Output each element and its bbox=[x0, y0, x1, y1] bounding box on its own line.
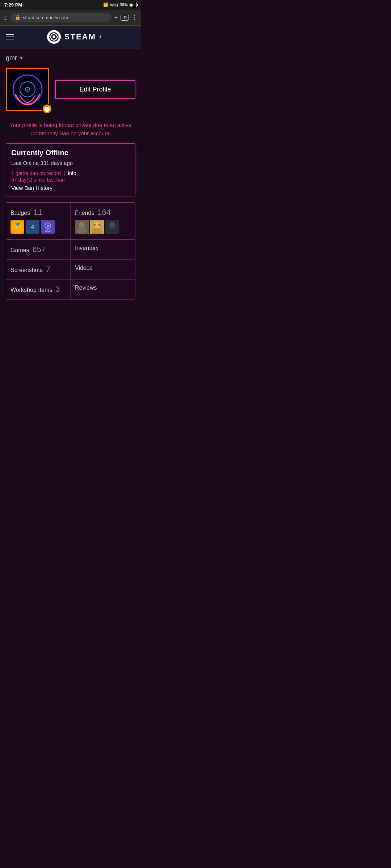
friend-avatar-1 bbox=[75, 220, 89, 234]
workshop-cell[interactable]: Workshop Items 3 bbox=[6, 280, 71, 299]
badges-cell[interactable]: Badges 11 🏅 4 2022 bbox=[6, 203, 71, 239]
svg-point-19 bbox=[94, 224, 96, 226]
steam-title: STEAM bbox=[64, 32, 96, 42]
bottom-stats: Games 657 Inventory Screenshots 7 Videos bbox=[6, 239, 135, 299]
ban-warning: Your profile is being forced private due… bbox=[6, 117, 135, 143]
status-icons: 📶 WiFi 39% bbox=[103, 3, 137, 7]
badges-label: Badges 11 bbox=[10, 208, 66, 217]
last-online: Last Online 331 days ago bbox=[11, 160, 130, 166]
reviews-cell[interactable]: Reviews bbox=[71, 280, 135, 299]
steam-registered: ® bbox=[100, 35, 102, 39]
browser-actions: + :D ⋮ bbox=[114, 14, 138, 21]
profile-status: Currently Offline bbox=[11, 149, 130, 157]
more-menu-button[interactable]: ⋮ bbox=[132, 14, 138, 21]
steam-header: STEAM® bbox=[0, 26, 141, 48]
edit-profile-button[interactable]: Edit Profile bbox=[55, 80, 135, 99]
friends-count: 164 bbox=[97, 208, 111, 217]
videos-cell[interactable]: Videos bbox=[71, 260, 135, 279]
badges-row: 🏅 4 2022 bbox=[10, 220, 66, 234]
ban-record: 1 game ban on record | Info bbox=[11, 170, 130, 176]
screenshots-label: Screenshots 7 bbox=[10, 265, 66, 274]
screenshots-count: 7 bbox=[46, 265, 50, 274]
games-label: Games 657 bbox=[10, 245, 66, 254]
svg-point-8 bbox=[27, 89, 28, 90]
workshop-count: 3 bbox=[55, 285, 60, 294]
svg-point-2 bbox=[52, 35, 55, 38]
browser-bar: ⌂ 🔒 steamcommunity.com + :D ⋮ bbox=[0, 10, 141, 26]
battery-display: 39% bbox=[120, 3, 137, 7]
profile-section: ⬤ Edit Profile bbox=[6, 68, 135, 111]
badges-count: 11 bbox=[33, 208, 42, 217]
username-dropdown[interactable]: ▼ bbox=[19, 56, 24, 61]
ban-info-link[interactable]: Info bbox=[68, 170, 76, 176]
svg-point-20 bbox=[98, 224, 100, 226]
friends-row bbox=[75, 220, 131, 234]
workshop-label: Workshop Items 3 bbox=[10, 285, 66, 294]
avatar-container: ⬤ bbox=[6, 68, 49, 111]
badge-item-year4: 4 bbox=[26, 220, 39, 234]
screenshots-videos-row: Screenshots 7 Videos bbox=[6, 259, 135, 279]
friend-avatar-2 bbox=[90, 220, 104, 234]
videos-label: Videos bbox=[75, 265, 131, 271]
friends-cell[interactable]: Friends 164 bbox=[71, 203, 135, 239]
games-inventory-row: Games 657 Inventory bbox=[6, 239, 135, 259]
status-bar: 7:29 PM 📶 WiFi 39% bbox=[0, 0, 141, 10]
steam-logo: STEAM® bbox=[14, 30, 135, 44]
main-content: gmr ▼ bbox=[0, 48, 141, 305]
tab-switcher-button[interactable]: :D bbox=[121, 15, 129, 21]
games-count: 657 bbox=[32, 245, 46, 254]
inventory-label: Inventory bbox=[75, 245, 131, 251]
signal-icon: 📶 bbox=[103, 3, 108, 7]
battery-icon bbox=[129, 3, 137, 7]
ban-days: 67 day(s) since last ban bbox=[11, 177, 130, 183]
svg-text:2022: 2022 bbox=[45, 230, 51, 232]
friends-label: Friends 164 bbox=[75, 208, 131, 217]
url-bar[interactable]: 🔒 steamcommunity.com bbox=[10, 13, 112, 22]
username-row: gmr ▼ bbox=[6, 54, 135, 62]
home-button[interactable]: ⌂ bbox=[4, 14, 8, 21]
profile-card: Currently Offline Last Online 331 days a… bbox=[6, 143, 135, 196]
wifi-icon: WiFi bbox=[110, 3, 118, 7]
svg-rect-23 bbox=[109, 227, 115, 229]
view-ban-history-link[interactable]: View Ban History bbox=[11, 185, 130, 191]
badge-item-steam2022: 2022 bbox=[41, 220, 55, 234]
avatar-badge: ⬤ bbox=[42, 104, 52, 114]
url-text: steamcommunity.com bbox=[23, 15, 68, 20]
new-tab-button[interactable]: + bbox=[114, 14, 118, 21]
hamburger-menu[interactable] bbox=[6, 34, 14, 39]
workshop-reviews-row: Workshop Items 3 Reviews bbox=[6, 279, 135, 299]
screenshots-cell[interactable]: Screenshots 7 bbox=[6, 260, 71, 279]
badge-item-gold: 🏅 bbox=[10, 220, 24, 234]
lock-icon: 🔒 bbox=[15, 15, 21, 20]
friend-avatar-3 bbox=[105, 220, 119, 234]
username-label: gmr bbox=[6, 54, 17, 62]
time-display: 7:29 PM bbox=[4, 2, 22, 8]
avatar-border bbox=[6, 68, 49, 111]
steam-logo-circle bbox=[47, 30, 61, 44]
svg-point-11 bbox=[47, 225, 49, 227]
stats-grid: Badges 11 🏅 4 2022 Friends bbox=[6, 202, 135, 239]
games-cell[interactable]: Games 657 bbox=[6, 240, 71, 259]
inventory-cell[interactable]: Inventory bbox=[71, 240, 135, 259]
reviews-label: Reviews bbox=[75, 285, 131, 291]
